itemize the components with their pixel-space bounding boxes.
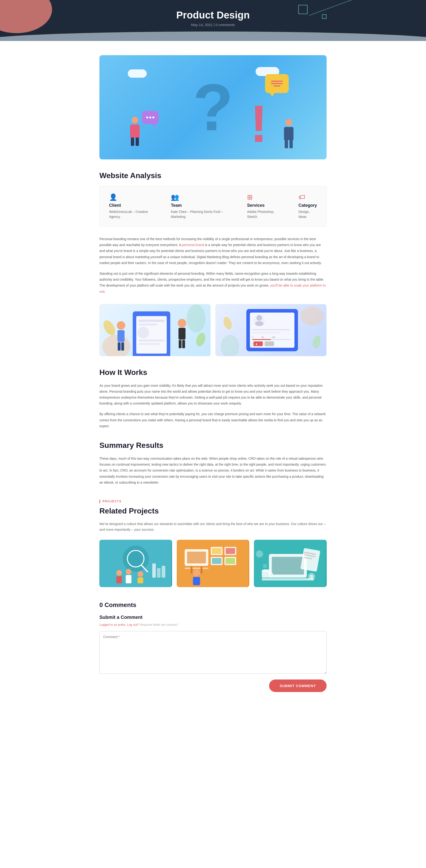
- svg-rect-32: [252, 339, 271, 340]
- comment-textarea[interactable]: [99, 631, 327, 674]
- person-leg-right: [136, 137, 139, 146]
- svg-rect-49: [137, 578, 143, 583]
- summary-title: Summary Results: [99, 441, 327, 450]
- page-meta: May 14, 2021 | 0 comments: [0, 23, 426, 27]
- svg-text:A: A: [250, 341, 255, 349]
- svg-rect-59: [226, 548, 235, 554]
- svg-rect-34: [265, 341, 274, 346]
- header-wave: [0, 31, 426, 41]
- exclamation-mark: !: [250, 98, 267, 150]
- how-it-works-title: How It Works: [99, 368, 327, 377]
- logout-link[interactable]: Log out?: [127, 623, 139, 626]
- comments-count-title: 0 Comments: [99, 601, 327, 609]
- team-icon: 👥: [171, 193, 228, 201]
- chat-dot-3: [153, 117, 154, 118]
- scale-link[interactable]: you'll be able to scale your platform to…: [99, 283, 326, 293]
- speech-bubble-yellow: [265, 74, 289, 93]
- inline-image-left: [99, 304, 210, 356]
- related-card-1[interactable]: [99, 540, 172, 587]
- svg-rect-15: [179, 340, 182, 348]
- related-desc: We've designed a culture that allows our…: [99, 521, 327, 533]
- svg-rect-63: [226, 558, 235, 564]
- summary-section: Summary Results These days, much of this…: [99, 441, 327, 486]
- projects-label: PROJECTS: [99, 500, 327, 503]
- svg-point-81: [256, 550, 263, 558]
- svg-rect-72: [262, 578, 314, 581]
- svg-point-44: [116, 570, 122, 576]
- related-title: Related Projects: [99, 506, 327, 515]
- related-cards-grid: [99, 540, 327, 587]
- svg-text:100: 100: [272, 336, 275, 338]
- bubble-line-1: [271, 81, 283, 82]
- how-it-works-section: How It Works As your brand grows and you…: [99, 368, 327, 429]
- services-label: Services: [247, 203, 280, 208]
- figure-person-left: [128, 117, 142, 145]
- svg-rect-16: [182, 340, 185, 348]
- client-label: Client: [109, 203, 152, 208]
- svg-point-6: [137, 327, 149, 338]
- inline-images-row: 1 50 100 A: [99, 304, 327, 356]
- chat-dot-1: [146, 117, 148, 118]
- category-label: Category: [298, 203, 317, 208]
- svg-text:1: 1: [252, 336, 254, 338]
- page-title: Product Design: [0, 9, 426, 21]
- personal-brand-link[interactable]: personal brand: [182, 243, 204, 247]
- svg-rect-26: [252, 329, 290, 330]
- team-value: Kate Chee – Planning Denis Ford – Market…: [171, 209, 228, 219]
- how-paragraph-2: By offering clients a chance to see what…: [99, 411, 327, 429]
- svg-rect-71: [272, 557, 304, 575]
- svg-rect-8: [139, 343, 160, 345]
- person-legs-r: [282, 140, 296, 148]
- related-card-2[interactable]: [177, 540, 250, 587]
- svg-rect-27: [252, 332, 281, 334]
- svg-point-13: [178, 319, 186, 327]
- how-paragraph-1: As your brand grows and you gain more vi…: [99, 383, 327, 407]
- svg-rect-10: [118, 330, 125, 342]
- body-paragraph-2: Standing out is just one of the signific…: [99, 271, 327, 294]
- chat-dots: [146, 117, 154, 118]
- hero-image: ? !: [99, 55, 327, 159]
- related-card-3[interactable]: [254, 540, 327, 587]
- svg-point-9: [117, 321, 125, 330]
- chat-dot-2: [149, 117, 151, 118]
- svg-rect-5: [139, 323, 157, 326]
- login-link[interactable]: Logged in as anika.: [99, 623, 126, 626]
- svg-rect-66: [185, 568, 208, 569]
- svg-rect-11: [118, 342, 121, 350]
- inline-image-right: 1 50 100 A: [216, 304, 327, 356]
- chat-bubble-purple: [142, 111, 159, 124]
- login-notice: Logged in as anika. Log out? Required fi…: [99, 623, 327, 626]
- person-leg-rr: [289, 140, 293, 148]
- figure-person-right: [282, 119, 296, 150]
- website-analysis-title: Website Analysis: [99, 171, 327, 180]
- person-leg-rl: [285, 140, 288, 148]
- services-icon: ⊞: [247, 193, 280, 201]
- person-body-r: [284, 127, 293, 140]
- svg-rect-4: [139, 319, 164, 322]
- svg-point-41: [123, 546, 149, 572]
- meta-client: 👤 Client WebGeniusLab – Creative Agency: [109, 193, 152, 219]
- svg-point-48: [137, 571, 143, 577]
- person-head-r: [286, 119, 292, 126]
- body-paragraph-1: Personal branding remains one of the bes…: [99, 236, 327, 266]
- cloud-left: [128, 69, 147, 78]
- svg-rect-57: [212, 548, 221, 554]
- project-meta-card: 👤 Client WebGeniusLab – Creative Agency …: [99, 186, 327, 227]
- comments-section: 0 Comments Submit a Comment Logged in as…: [99, 601, 327, 692]
- submit-row: SUBMIT COMMENT: [99, 680, 327, 692]
- svg-rect-52: [162, 566, 165, 578]
- page-header: Product Design May 14, 2021 | 0 comments: [0, 0, 426, 41]
- submit-comment-button[interactable]: SUBMIT COMMENT: [269, 680, 327, 692]
- meta-team: 👥 Team Kate Chee – Planning Denis Ford –…: [171, 193, 228, 219]
- category-icon: 🏷: [298, 193, 317, 201]
- svg-rect-65: [193, 577, 200, 585]
- bubble-line-3: [273, 86, 281, 87]
- svg-rect-61: [212, 558, 221, 564]
- svg-rect-68: [200, 566, 202, 574]
- required-notice: Required fields are marked *: [140, 623, 179, 626]
- svg-rect-47: [126, 575, 131, 583]
- services-value: Adobe Photoshop, Sketch: [247, 209, 280, 219]
- bubble-lines: [271, 81, 283, 87]
- svg-point-1: [187, 304, 205, 333]
- svg-point-38: [312, 334, 322, 349]
